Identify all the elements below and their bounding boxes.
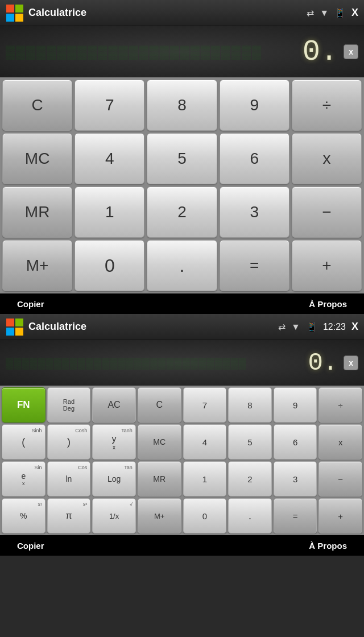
equals-button[interactable]: = [220,240,289,291]
subtract-button[interactable]: − [292,187,362,238]
sci-digit-6[interactable]: 6 [274,424,317,460]
add-button[interactable]: + [292,240,362,291]
pi-button[interactable]: π x² [47,498,91,533]
digit-9[interactable]: 9 [220,80,289,131]
sci-digit-9[interactable]: 9 [274,387,317,423]
windows-logo-icon-2 [6,318,24,336]
sin-label: Sin [35,465,42,470]
clear-button[interactable]: C [2,80,72,131]
digit-1[interactable]: 1 [75,187,144,238]
ln-button[interactable]: ln Cos [47,461,91,497]
sci-add-button[interactable]: + [318,498,362,533]
app-title-1: Calculatrice [28,7,307,19]
copy-button-2[interactable]: Copier [17,541,44,551]
display-area-2: ▓▓▓▓▓▓▓▓▓▓▓▓▓▓▓▓▓▓▓▓▓▓▓▓▓▓▓▓▓▓ 0. x [0,340,364,386]
ex-button[interactable]: ex Sin [2,461,46,497]
rad-label: Rad [63,398,75,405]
sci-digit-8[interactable]: 8 [228,387,272,423]
close-button-2[interactable]: X [351,321,358,333]
digit-2[interactable]: 2 [147,187,217,238]
digit-8[interactable]: 8 [147,80,217,131]
sci-subtract-button[interactable]: − [318,461,362,497]
sci-decimal-button[interactable]: . [228,498,272,533]
digit-0[interactable]: 0 [75,240,144,291]
close-button-1[interactable]: X [351,7,358,19]
display-value-2: 0. [308,349,338,377]
sci-digit-2[interactable]: 2 [228,461,272,497]
digit-7[interactable]: 7 [75,80,144,131]
sinh-label: Sinh [32,428,42,433]
signal-icon: ▼ [320,8,329,18]
svg-rect-5 [15,318,23,326]
svg-rect-2 [6,14,14,22]
display-dots-2: ▓▓▓▓▓▓▓▓▓▓▓▓▓▓▓▓▓▓▓▓▓▓▓▓▓▓▓▓▓▓ [6,357,247,369]
tan-label: Tan [124,465,133,470]
digit-4[interactable]: 4 [75,133,144,184]
divide-button[interactable]: ÷ [292,80,362,131]
digit-3[interactable]: 3 [220,187,289,238]
about-button-2[interactable]: À Propos [309,541,347,551]
sci-digit-4[interactable]: 4 [183,424,227,460]
mplus-button[interactable]: M+ [2,240,72,291]
tanh-label: Tanh [121,428,133,433]
bottom-bar-2: Copier À Propos [0,535,364,556]
app-title-2: Calculatrice [28,321,278,333]
factorial-label: x! [38,502,42,507]
title-bar-1: Calculatrice ⇄ ▼ 📱 X [0,0,364,26]
close-paren-button[interactable]: ) Cosh [47,424,91,460]
backspace-button-1[interactable]: x [344,44,358,59]
sci-equals-button[interactable]: = [274,498,317,533]
sci-divide-button[interactable]: ÷ [318,387,362,423]
digit-6[interactable]: 6 [220,133,289,184]
sci-multiply-button[interactable]: x [318,424,362,460]
percent-button[interactable]: % x! [2,498,46,533]
title-bar-icons-1: ⇄ ▼ 📱 X [307,7,358,19]
sci-mc-button[interactable]: MC [138,424,181,460]
calculator-panel-1: Calculatrice ⇄ ▼ 📱 X ▓▓▓▓▓▓▓▓▓▓▓▓▓▓▓▓▓▓▓… [0,0,364,314]
sci-digit-3[interactable]: 3 [274,461,317,497]
svg-rect-4 [6,318,14,326]
calculator-panel-2: Calculatrice ⇄ ▼ 📱 12:23 X ▓▓▓▓▓▓▓▓▓▓▓▓▓… [0,314,364,556]
svg-rect-0 [6,5,14,13]
about-button-1[interactable]: À Propos [309,299,347,309]
signal-icon-2: ▼ [291,322,300,332]
cos-label: Cos [78,465,87,470]
multiply-button[interactable]: x [292,133,362,184]
fn-button[interactable]: FN [2,387,46,423]
sci-digit-0[interactable]: 0 [183,498,227,533]
rad-deg-button[interactable]: Rad Deg [47,387,91,423]
sci-mr-button[interactable]: MR [138,461,181,497]
sci-mplus-button[interactable]: M+ [138,498,181,533]
sci-digit-1[interactable]: 1 [183,461,227,497]
svg-rect-1 [15,5,23,13]
deg-label: Deg [63,405,75,412]
mr-button[interactable]: MR [2,187,72,238]
sync-icon-2[interactable]: ⇄ [278,321,286,332]
sci-digit-5[interactable]: 5 [228,424,272,460]
cosh-label: Cosh [75,428,87,433]
digit-5[interactable]: 5 [147,133,217,184]
copy-button-1[interactable]: Copier [17,299,44,309]
sync-icon[interactable]: ⇄ [307,7,314,18]
open-paren-button[interactable]: ( Sinh [2,424,46,460]
title-bar-icons-2: ⇄ ▼ 📱 12:23 X [278,321,358,333]
sci-clear-button[interactable]: C [138,387,181,423]
svg-rect-7 [15,328,23,336]
backspace-button-2[interactable]: x [344,355,358,370]
svg-rect-6 [6,328,14,336]
display-dots: ▓▓▓▓▓▓▓▓▓▓▓▓▓▓▓▓▓▓▓▓▓▓▓▓▓ [6,44,262,59]
yx-button[interactable]: yx Tanh [92,424,136,460]
title-bar-2: Calculatrice ⇄ ▼ 📱 12:23 X [0,314,364,340]
sci-digit-7[interactable]: 7 [183,387,227,423]
bottom-bar-1: Copier À Propos [0,293,364,314]
sqrt-label: √ [130,502,133,507]
windows-logo-icon [6,4,24,22]
log-button[interactable]: Log Tan [92,461,136,497]
button-grid-1: C 7 8 9 ÷ MC 4 5 6 x MR 1 2 3 − M+ 0 . =… [0,77,364,293]
display-value-1: 0. [303,35,338,69]
mc-button[interactable]: MC [2,133,72,184]
display-area-1: ▓▓▓▓▓▓▓▓▓▓▓▓▓▓▓▓▓▓▓▓▓▓▓▓▓ 0. x [0,26,364,77]
decimal-button[interactable]: . [147,240,217,291]
ac-button[interactable]: AC [92,387,136,423]
reciprocal-button[interactable]: 1/x √ [92,498,136,533]
